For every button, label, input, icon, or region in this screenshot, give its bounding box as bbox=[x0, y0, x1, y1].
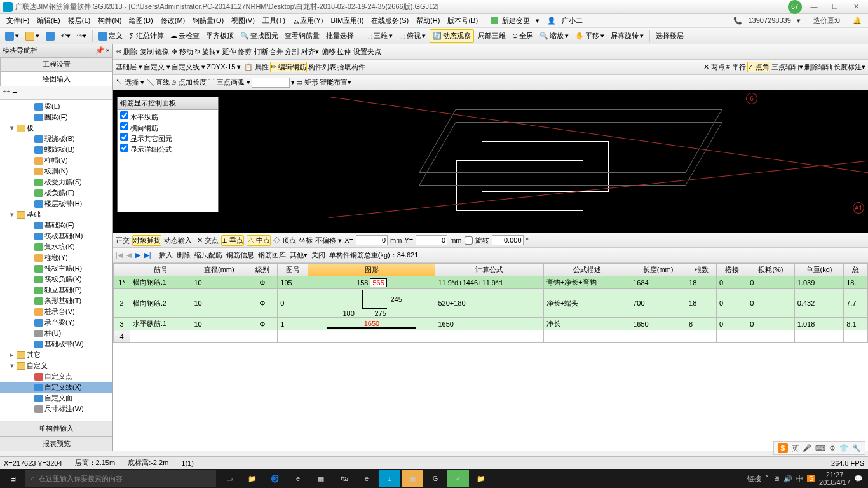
column-header[interactable]: 图号 bbox=[278, 264, 308, 276]
tray-network-icon[interactable]: 🖥 bbox=[773, 475, 780, 482]
tree-node[interactable]: 桩(U) bbox=[0, 328, 112, 339]
tray-link[interactable]: 链接 bbox=[747, 474, 761, 484]
component-list-button[interactable]: 构件列表 bbox=[308, 62, 336, 72]
tree-node[interactable]: 板洞(N) bbox=[0, 166, 112, 177]
tree-node[interactable]: 筏板负筋(X) bbox=[0, 274, 112, 285]
tab-report-preview[interactable]: 报表预览 bbox=[0, 436, 112, 451]
view-rebar-button[interactable]: 查看钢筋量 bbox=[282, 30, 322, 42]
mid-button[interactable]: △ 中点 bbox=[247, 235, 271, 246]
pick-component-button[interactable]: 拾取构件 bbox=[337, 62, 365, 72]
rebar-info-button[interactable]: 钢筋信息 bbox=[226, 250, 254, 260]
bell-icon[interactable]: 🔔 bbox=[849, 17, 865, 25]
flat-top-button[interactable]: 平齐板顶 bbox=[203, 30, 236, 42]
find-element-button[interactable]: 🔍 查找图元 bbox=[238, 30, 281, 42]
task-edge[interactable]: e bbox=[287, 470, 309, 487]
three-aux-button[interactable]: 三点辅轴▾ bbox=[771, 62, 803, 72]
column-header[interactable]: 根数 bbox=[686, 264, 717, 276]
tree-node[interactable]: ▾自定义 bbox=[0, 360, 112, 371]
stretch-button[interactable]: 拉伸 bbox=[337, 47, 351, 57]
tree-node[interactable]: ▸其它 bbox=[0, 349, 112, 360]
dimension-button[interactable]: 长度标注▾ bbox=[834, 62, 865, 72]
collapse-icon[interactable]: ━ bbox=[13, 88, 17, 97]
ime-settings-icon[interactable]: ⚙ bbox=[829, 444, 836, 452]
tree-node[interactable]: 板负筋(F) bbox=[0, 187, 112, 198]
offset-mode-select[interactable]: 不偏移 ▾ bbox=[315, 236, 342, 245]
tree-node[interactable]: 基础板带(W) bbox=[0, 339, 112, 349]
rotate-checkbox[interactable] bbox=[465, 236, 473, 245]
code-select[interactable]: ZDYX-15 ▾ bbox=[207, 63, 241, 71]
rebar-display-panel[interactable]: 钢筋显示控制面板 水平纵筋 横向钢筋 显示其它图元 显示详细公式 bbox=[117, 97, 219, 212]
expand-icon[interactable]: ⁺⁺ bbox=[3, 88, 10, 97]
column-header[interactable]: 图形 bbox=[308, 264, 435, 276]
minimize-button[interactable]: — bbox=[804, 3, 824, 10]
ime-voice-icon[interactable]: 🎤 bbox=[803, 444, 811, 452]
display-option[interactable]: 横向钢筋 bbox=[120, 122, 215, 133]
cloud-check-button[interactable]: ☁ 云检查 bbox=[168, 30, 202, 42]
tray-notifications-icon[interactable]: 💬 bbox=[854, 475, 863, 483]
parallel-button[interactable]: # 平行 bbox=[726, 62, 746, 72]
two-point-button[interactable]: ✕ 两点 bbox=[703, 62, 725, 72]
break-button[interactable]: 打断 bbox=[254, 47, 268, 57]
save-button[interactable] bbox=[43, 30, 57, 42]
tree-node[interactable]: 柱墩(Y) bbox=[0, 252, 112, 263]
cross-button[interactable]: ✕ 交点 bbox=[197, 236, 219, 245]
ime-lang[interactable]: 英 bbox=[792, 444, 799, 453]
table-row[interactable]: 2横向钢筋.210Φ0180275245520+180净长+端头70018000… bbox=[114, 289, 868, 318]
tree-node[interactable]: 柱帽(V) bbox=[0, 155, 112, 166]
layer-select[interactable]: 基础层 ▾ bbox=[116, 62, 142, 72]
tray-clock[interactable]: 21:272018/4/17 bbox=[819, 471, 850, 486]
trim-button[interactable]: 修剪 bbox=[238, 47, 252, 57]
tree-node[interactable]: 承台梁(Y) bbox=[0, 317, 112, 328]
copy-button[interactable]: 复制 bbox=[140, 47, 154, 57]
viewport-3d[interactable]: 钢筋显示控制面板 水平纵筋 横向钢筋 显示其它图元 显示详细公式 6 A1 bbox=[113, 90, 868, 233]
pin-icon[interactable]: 📌 × bbox=[95, 46, 110, 55]
other-button[interactable]: 其他▾ bbox=[290, 250, 308, 260]
mirror-button[interactable]: 镜像 bbox=[155, 47, 169, 57]
task-view-button[interactable]: ▭ bbox=[219, 470, 240, 487]
attribute-button[interactable]: 📋 属性 bbox=[244, 62, 269, 72]
tree-node[interactable]: 独立基础(P) bbox=[0, 285, 112, 295]
nav-first-button[interactable]: |◀ bbox=[116, 251, 123, 259]
tree-node[interactable]: 基础梁(F) bbox=[0, 220, 112, 231]
taskbar-search[interactable]: ○ 在这里输入你要搜索的内容 bbox=[25, 470, 216, 487]
rebar-grid[interactable]: 筋号直径(mm)级别图号图形计算公式公式描述长度(mm)根数搭接损耗(%)单重(… bbox=[113, 263, 868, 451]
tree-node[interactable]: 筏板主筋(R) bbox=[0, 263, 112, 274]
task-app3[interactable]: ▦ bbox=[310, 470, 332, 487]
define-button[interactable]: 定义 bbox=[96, 30, 125, 42]
component-tree[interactable]: 梁(L)圈梁(E)▾板现浇板(B)螺旋板(B)柱帽(V)板洞(N)板受力筋(S)… bbox=[0, 100, 112, 421]
phone-label[interactable]: 📞 13907298339 ▾ bbox=[729, 17, 804, 25]
point-angle-button[interactable]: ∠ 点角 bbox=[747, 62, 770, 72]
tree-node[interactable]: 梁(L) bbox=[0, 101, 112, 112]
delete-aux-button[interactable]: 删除辅轴 bbox=[804, 62, 832, 72]
close-grid-button[interactable]: 关闭 bbox=[311, 250, 325, 260]
extend-button[interactable]: 延伸 bbox=[222, 47, 236, 57]
smart-layout-button[interactable]: 智能布置▾ bbox=[320, 78, 351, 87]
local-3d-button[interactable]: 局部三维 bbox=[475, 30, 508, 42]
tab-project-settings[interactable]: 工程设置 bbox=[0, 57, 112, 72]
column-header[interactable]: 单重(kg) bbox=[794, 264, 843, 276]
tree-node[interactable]: 集水坑(K) bbox=[0, 241, 112, 252]
y-input[interactable] bbox=[416, 235, 447, 245]
open-button[interactable]: ▾ bbox=[23, 30, 42, 42]
line-button[interactable]: ╲ 直线 bbox=[147, 78, 170, 87]
menu-online[interactable]: 在线服务(S) bbox=[367, 16, 412, 25]
rebar-library-button[interactable]: 钢筋图库 bbox=[258, 250, 286, 260]
ime-skin-icon[interactable]: 👕 bbox=[839, 444, 848, 452]
tree-node[interactable]: 条形基础(T) bbox=[0, 295, 112, 306]
menu-view[interactable]: 视图(V) bbox=[227, 16, 259, 25]
menu-modify[interactable]: 修改(M) bbox=[157, 16, 189, 25]
delete-row-button[interactable]: 删除 bbox=[177, 250, 191, 260]
nav-last-button[interactable]: ▶| bbox=[144, 251, 151, 259]
dynamic-input-button[interactable]: 动态输入 bbox=[164, 236, 192, 245]
display-option[interactable]: 显示其它图元 bbox=[120, 133, 215, 144]
arc3-button[interactable]: ⌒ 三点画弧 ▾ bbox=[208, 78, 250, 87]
align-button[interactable]: 对齐▾ bbox=[301, 47, 319, 57]
menu-tools[interactable]: 工具(T) bbox=[259, 16, 289, 25]
user-button[interactable]: 👤 广小二 bbox=[543, 16, 590, 25]
column-header[interactable]: 搭接 bbox=[717, 264, 747, 276]
scale-rebar-button[interactable]: 缩尺配筋 bbox=[194, 250, 222, 260]
task-app7[interactable]: ✓ bbox=[447, 470, 469, 487]
column-header[interactable]: 筋号 bbox=[130, 264, 191, 276]
display-option[interactable]: 水平纵筋 bbox=[120, 111, 215, 122]
select-button[interactable]: ↖ 选择 ▾ bbox=[116, 78, 144, 87]
